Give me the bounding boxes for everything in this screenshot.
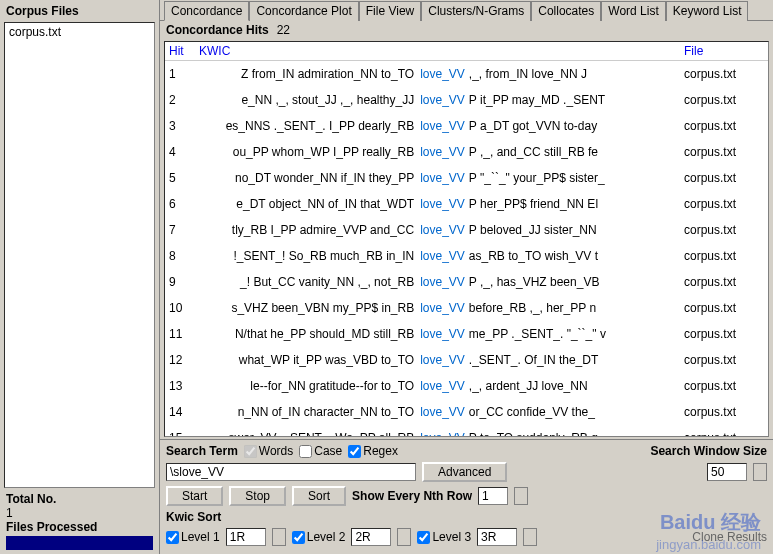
kwic-right: as_RB to_TO wish_VV t <box>467 245 684 267</box>
tab-keyword-list[interactable]: Keyword List <box>666 1 749 21</box>
kwic-right: P it_PP may_MD ._SENT <box>467 89 684 111</box>
cell-hit: 10 <box>169 297 199 319</box>
kwic-left: Z from_IN admiration_NN to_TO <box>199 63 418 85</box>
stop-button[interactable]: Stop <box>229 486 286 506</box>
kwic-left: es_NNS ._SENT_. I_PP dearly_RB <box>199 115 418 137</box>
tab-concordance[interactable]: Concordance <box>164 1 249 21</box>
files-processed-label: Files Processed <box>6 520 153 534</box>
cell-file: corpus.txt <box>684 323 764 345</box>
table-row[interactable]: 12 what_WP it_PP was_VBD to_TO love_VV .… <box>165 347 768 373</box>
right-panel: ConcordanceConcordance PlotFile ViewClus… <box>160 0 773 554</box>
cell-file: corpus.txt <box>684 89 764 111</box>
kwic-keyword: love_VV <box>418 375 467 397</box>
search-term-input[interactable] <box>166 463 416 481</box>
regex-checkbox[interactable] <box>348 445 361 458</box>
kwic-keyword: love_VV <box>418 141 467 163</box>
kwic-keyword: love_VV <box>418 63 467 85</box>
cell-file: corpus.txt <box>684 401 764 423</box>
kwic-left: no_DT wonder_NN if_IN they_PP <box>199 167 418 189</box>
l2-spinner[interactable] <box>397 528 411 546</box>
table-row[interactable]: 13le--for_NN gratitude--for to_TO love_V… <box>165 373 768 399</box>
l3-spinner[interactable] <box>523 528 537 546</box>
kwic-right: P to_TO suddenly_RB g <box>467 427 684 436</box>
level3-checkbox[interactable] <box>417 531 430 544</box>
kwic-keyword: love_VV <box>418 297 467 319</box>
table-row[interactable]: 11N/that he_PP should_MD still_RB love_V… <box>165 321 768 347</box>
table-row[interactable]: 8!_SENT_! So_RB much_RB in_IN love_VV as… <box>165 243 768 269</box>
corpus-files-label: Corpus Files <box>2 2 157 20</box>
level1-checkbox[interactable] <box>166 531 179 544</box>
kwic-sort-label: Kwic Sort <box>166 510 221 524</box>
start-button[interactable]: Start <box>166 486 223 506</box>
header-file[interactable]: File <box>684 44 764 58</box>
kwic-right: ,_, ardent_JJ love_NN <box>467 375 684 397</box>
kwic-left: n_NN of_IN character_NN to_TO <box>199 401 418 423</box>
kwic-left: N/that he_PP should_MD still_RB <box>199 323 418 345</box>
bottom-controls: Search Term Words Case Regex Search Wind… <box>160 439 773 554</box>
table-row[interactable]: 1Z from_IN admiration_NN to_TO love_VV ,… <box>165 61 768 87</box>
table-row[interactable]: 9_! But_CC vanity_NN ,_, not_RB love_VVP… <box>165 269 768 295</box>
level3-input[interactable] <box>477 528 517 546</box>
kwic-keyword: love_VV <box>418 115 467 137</box>
kwic-keyword: love_VV <box>418 193 467 215</box>
table-row[interactable]: 6e_DT object_NN of_IN that_WDT love_VVP … <box>165 191 768 217</box>
tab-clusters-n-grams[interactable]: Clusters/N-Grams <box>421 1 531 21</box>
sort-button[interactable]: Sort <box>292 486 346 506</box>
kwic-right: before_RB ,_, her_PP n <box>467 297 684 319</box>
kwic-left: _! But_CC vanity_NN ,_, not_RB <box>199 271 418 293</box>
corpus-file-list[interactable]: corpus.txt <box>4 22 155 488</box>
table-row[interactable]: 14n_NN of_IN character_NN to_TO love_VV … <box>165 399 768 425</box>
case-checkbox[interactable] <box>299 445 312 458</box>
cell-hit: 9 <box>169 271 199 293</box>
cell-hit: 6 <box>169 193 199 215</box>
concordance-table: Hit KWIC File 1Z from_IN admiration_NN t… <box>164 41 769 437</box>
kwic-right: or_CC confide_VV the_ <box>467 401 684 423</box>
words-checkbox[interactable] <box>244 445 257 458</box>
l1-spinner[interactable] <box>272 528 286 546</box>
total-no-value: 1 <box>6 506 153 520</box>
table-row[interactable]: 5no_DT wonder_NN if_IN they_PP love_VVP … <box>165 165 768 191</box>
corpus-file-item[interactable]: corpus.txt <box>9 25 150 39</box>
window-size-input[interactable] <box>707 463 747 481</box>
advanced-button[interactable]: Advanced <box>422 462 507 482</box>
table-header: Hit KWIC File <box>165 42 768 61</box>
table-row[interactable]: 4ou_PP whom_WP I_PP really_RB love_VVP ,… <box>165 139 768 165</box>
table-body[interactable]: 1Z from_IN admiration_NN to_TO love_VV ,… <box>165 61 768 436</box>
cell-hit: 11 <box>169 323 199 345</box>
cell-hit: 7 <box>169 219 199 241</box>
tab-collocates[interactable]: Collocates <box>531 1 601 21</box>
cell-file: corpus.txt <box>684 297 764 319</box>
every-nth-input[interactable] <box>478 487 508 505</box>
cell-hit: 3 <box>169 115 199 137</box>
cell-hit: 15 <box>169 427 199 436</box>
left-panel: Corpus Files corpus.txt Total No. 1 File… <box>0 0 160 554</box>
header-hit[interactable]: Hit <box>169 44 199 58</box>
table-row[interactable]: 10s_VHZ been_VBN my_PP$ in_RB love_VV be… <box>165 295 768 321</box>
level1-input[interactable] <box>226 528 266 546</box>
hits-count: 22 <box>277 23 290 37</box>
level2-input[interactable] <box>351 528 391 546</box>
table-row[interactable]: 2e_NN ,_, stout_JJ ,_, healthy_JJ love_V… <box>165 87 768 113</box>
kwic-right: P ,_, has_VHZ been_VB <box>467 271 684 293</box>
cell-hit: 1 <box>169 63 199 85</box>
table-row[interactable]: 7tly_RB I_PP admire_VVP and_CC love_VVP … <box>165 217 768 243</box>
cell-file: corpus.txt <box>684 219 764 241</box>
clone-results-link[interactable]: Clone Results <box>692 530 767 544</box>
cell-file: corpus.txt <box>684 63 764 85</box>
every-spinner[interactable] <box>514 487 528 505</box>
cell-file: corpus.txt <box>684 349 764 371</box>
cell-file: corpus.txt <box>684 141 764 163</box>
kwic-keyword: love_VV <box>418 427 467 436</box>
kwic-left: s_VHZ been_VBN my_PP$ in_RB <box>199 297 418 319</box>
header-kwic[interactable]: KWIC <box>199 44 684 58</box>
kwic-right: ,_, from_IN love_NN J <box>467 63 684 85</box>
table-row[interactable]: 3es_NNS ._SENT_. I_PP dearly_RB love_VVP… <box>165 113 768 139</box>
table-row[interactable]: 15swer_VV ._SENT_. We_PP all_RB love_VVP… <box>165 425 768 436</box>
kwic-keyword: love_VV <box>418 245 467 267</box>
tab-concordance-plot[interactable]: Concordance Plot <box>249 1 358 21</box>
tab-word-list[interactable]: Word List <box>601 1 665 21</box>
level2-checkbox[interactable] <box>292 531 305 544</box>
tab-file-view[interactable]: File View <box>359 1 421 21</box>
window-spinner[interactable] <box>753 463 767 481</box>
kwic-left: ou_PP whom_WP I_PP really_RB <box>199 141 418 163</box>
